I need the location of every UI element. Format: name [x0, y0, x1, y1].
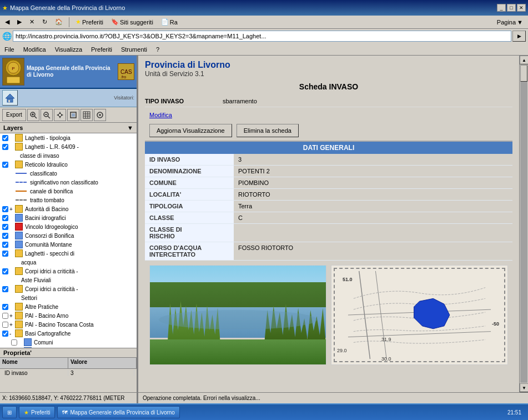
- layer-checkbox-12[interactable]: [2, 304, 8, 310]
- layer-checkbox-9[interactable]: [2, 251, 8, 257]
- menu-preferiti[interactable]: Preferiti: [89, 45, 114, 54]
- list-item: tratto tombato: [0, 196, 137, 204]
- taskbar-preferiti-button[interactable]: ★ Preferiti: [19, 406, 55, 418]
- layers-collapse-button[interactable]: ▼: [127, 124, 133, 131]
- layer-checkbox-13[interactable]: [2, 313, 8, 319]
- aggiorna-button[interactable]: Aggiorna Visualizzazione: [149, 124, 232, 137]
- scroll-down-button[interactable]: ▼: [520, 383, 528, 392]
- scroll-thumb[interactable]: [520, 65, 527, 82]
- list-item: Laghetti - L.R. 64/09 -: [0, 142, 137, 151]
- layer-checkbox-15[interactable]: [2, 331, 8, 337]
- expand-icon[interactable]: +: [9, 313, 14, 319]
- address-input[interactable]: [13, 31, 511, 42]
- list-item: Settori: [0, 293, 137, 302]
- table-row: CLASSE C: [145, 212, 512, 224]
- visitors-display: Visitatori:: [114, 95, 134, 101]
- table-row: LOCALITA' RIOTORTO: [145, 189, 512, 201]
- layer-folder-icon: [15, 249, 23, 257]
- title-bar-text: Mappa Generale della Provincia di Livorn…: [10, 4, 497, 11]
- web-content-panel: Provincia di Livorno Unità di Servizio 3…: [138, 56, 528, 403]
- field-label: DENOMINAZIONE: [145, 166, 234, 177]
- layer-folder-icon: [15, 267, 23, 275]
- layer-checkbox-3[interactable]: [2, 162, 8, 168]
- map-label-319: 31.9: [381, 337, 391, 342]
- layer-icon: [15, 241, 23, 248]
- go-button[interactable]: ▶: [512, 31, 526, 42]
- table-row: TIPOLOGIA Terra: [145, 201, 512, 212]
- taskbar-start-button[interactable]: ⊞: [2, 406, 17, 418]
- menu-file[interactable]: File: [2, 45, 17, 54]
- map-display: 51.0 -50 31.9 29.0 30.0: [331, 265, 508, 365]
- export-button[interactable]: Export: [2, 109, 26, 121]
- layer-checkbox-6[interactable]: [2, 224, 8, 230]
- svg-rect-8: [8, 100, 10, 102]
- home-nav-button[interactable]: 🏠: [52, 17, 66, 28]
- list-item: Bacini idrografici: [0, 213, 137, 222]
- layer-checkbox-14[interactable]: [2, 322, 8, 328]
- minimize-button[interactable]: _: [497, 4, 506, 12]
- taskbar-map-button[interactable]: 🗺 Mappa Generale della Provincia di Livo…: [57, 406, 179, 418]
- svg-marker-33: [414, 298, 450, 328]
- zoom-in-button[interactable]: [27, 109, 39, 121]
- layer-checkbox-7[interactable]: [2, 233, 8, 239]
- modifica-link[interactable]: Modifica: [145, 109, 512, 121]
- taskbar: ⊞ ★ Preferiti 🗺 Mappa Generale della Pro…: [0, 403, 528, 420]
- expand-icon[interactable]: -: [9, 331, 14, 337]
- layer-folder-icon: [15, 161, 23, 168]
- field-value: [234, 224, 512, 242]
- siti-suggeriti-button[interactable]: 🔖 Siti suggeriti: [108, 17, 156, 28]
- list-item: acqua: [0, 258, 137, 267]
- taskbar-clock: 21:51: [503, 409, 526, 416]
- scroll-up-button[interactable]: ▲: [520, 56, 528, 64]
- menu-modifica[interactable]: Modifica: [21, 45, 48, 54]
- elimina-button[interactable]: Elimina la scheda: [237, 124, 299, 137]
- field-value: C: [234, 212, 512, 224]
- list-item: Corpi idrici a criticità -: [0, 267, 137, 276]
- layer-folder-icon: [15, 329, 23, 337]
- layer-checkbox-16[interactable]: [11, 339, 17, 346]
- expand-icon[interactable]: +: [9, 206, 14, 212]
- zoom-out-icon: [43, 111, 51, 119]
- cadastral-map: 51.0 -50 31.9 29.0 30.0: [331, 265, 508, 365]
- zoom-out-button[interactable]: [41, 109, 53, 121]
- grid-button[interactable]: [81, 109, 93, 121]
- list-item: Altre Pratiche: [0, 302, 137, 311]
- provincia-logo: P: [2, 58, 24, 86]
- layers-header: Layers ▼: [0, 123, 137, 133]
- map-title-container: Mappa Generale della Provincia di Livorn…: [27, 65, 115, 78]
- menu-help[interactable]: ?: [154, 45, 162, 54]
- home-button[interactable]: [2, 90, 18, 106]
- water-reflection: [159, 310, 317, 329]
- svg-text:CAS: CAS: [120, 69, 132, 75]
- layer-checkbox-1[interactable]: [2, 135, 8, 141]
- list-item: Laghetti - specchi di: [0, 249, 137, 258]
- expand-icon[interactable]: +: [9, 322, 14, 328]
- full-extent-button[interactable]: [67, 109, 79, 121]
- layer-checkbox-8[interactable]: [2, 242, 8, 248]
- title-bar-buttons: _ □ ✕: [497, 4, 526, 12]
- list-item: classificato: [0, 169, 137, 178]
- circle-tool-button[interactable]: [94, 109, 106, 121]
- maximize-button[interactable]: □: [507, 4, 516, 12]
- pan-icon: [56, 111, 64, 119]
- svg-point-28: [99, 114, 101, 116]
- close-button[interactable]: ✕: [517, 4, 526, 12]
- stop-button[interactable]: ✕: [27, 17, 37, 28]
- pan-button[interactable]: [54, 109, 66, 121]
- refresh-button[interactable]: ↻: [39, 17, 50, 28]
- menu-strumenti[interactable]: Strumenti: [119, 45, 149, 54]
- gis-logo-right: CAS.fro: [118, 63, 134, 80]
- layer-checkbox-4[interactable]: [2, 206, 8, 212]
- pagina-button[interactable]: Pagina ▼: [494, 17, 526, 28]
- layer-checkbox-2[interactable]: [2, 144, 8, 150]
- ra-button[interactable]: 📄 Ra: [158, 17, 180, 28]
- back-button[interactable]: ◀: [2, 17, 12, 28]
- layer-checkbox-5[interactable]: [2, 215, 8, 221]
- layer-checkbox-11[interactable]: [2, 286, 8, 292]
- forward-button[interactable]: ▶: [14, 17, 24, 28]
- svg-marker-16: [59, 112, 61, 114]
- svg-marker-19: [61, 114, 63, 116]
- layer-checkbox-10[interactable]: [2, 268, 8, 274]
- preferiti-nav-button[interactable]: ★ Preferiti: [73, 17, 106, 28]
- menu-visualizza[interactable]: Visualizza: [53, 45, 84, 54]
